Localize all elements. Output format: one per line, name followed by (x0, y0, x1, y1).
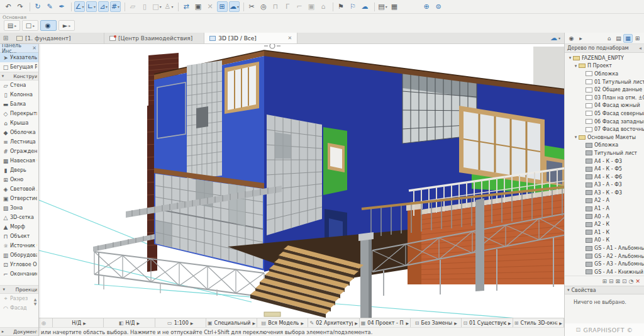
tool-item[interactable]: ▾ Конструирование (0, 72, 38, 81)
toolbar-icon[interactable]: #▾ (110, 1, 121, 12)
tab-close-icon[interactable]: ✕ (282, 35, 292, 41)
toolbar-icon[interactable]: ▣ (306, 1, 317, 12)
tree-item[interactable]: A4 - К - Ф6 (565, 173, 644, 181)
tree-item[interactable]: Обложка (565, 70, 644, 78)
quick-toolbar-button[interactable]: ◉ (40, 20, 57, 31)
toolbar-icon[interactable]: ⊓ (270, 1, 281, 12)
toolbar-icon[interactable]: ⌐ (294, 1, 305, 12)
properties-header[interactable]: ▾ Свойства (565, 286, 644, 294)
tree-item[interactable]: A0 - А (565, 213, 644, 221)
toolbar-icon[interactable]: ▱ (128, 1, 138, 12)
expand-arrow-icon[interactable]: ▾ (573, 64, 579, 69)
tool-item[interactable]: ▣ Отверстие (0, 194, 38, 203)
quick-option-segment[interactable]: ▤ Вся Модель ▶ (257, 318, 308, 327)
toolbar-icon[interactable]: ∠▾ (74, 1, 85, 12)
tree-item[interactable]: Обложка (565, 142, 644, 150)
tool-item[interactable]: □ Бегущая Ра... (0, 62, 38, 72)
quick-option-segment[interactable]: ◧ Н/Д ▶ (104, 318, 155, 327)
navigator-toolbar-icon[interactable]: ⊞ (633, 34, 642, 43)
toolbar-icon[interactable]: ☁ (360, 1, 370, 12)
quick-option-segment[interactable]: ▭ 1:100 ▶ (155, 318, 206, 327)
close-icon[interactable]: ✕ (32, 45, 36, 51)
tool-item[interactable]: ⌂ Крыша (0, 118, 38, 128)
toolbar-icon[interactable]: ⊞ (217, 1, 228, 12)
collapse-panel-icon[interactable]: ◂ (639, 45, 641, 51)
toolbar-icon[interactable]: ⌂ (318, 1, 329, 12)
tree-item[interactable]: ▾ FAZENDA_ENPTY (565, 54, 644, 62)
tree-item[interactable]: A4 - К - Ф5 (565, 165, 644, 173)
tool-item[interactable]: ◆ Оболочка (0, 128, 38, 137)
tool-item[interactable]: ⊡ Угловое Ок... (0, 260, 38, 269)
toolbar-icon[interactable]: ⊿▾ (98, 1, 109, 12)
toolbar-icon[interactable] (122, 1, 126, 12)
tree-item[interactable]: 03 План на отм. ±0.000 (565, 94, 644, 102)
toolbar-icon[interactable]: ✎ (45, 1, 55, 12)
tool-item[interactable]: ▥ Оборудова... (0, 250, 38, 260)
toolbar-icon[interactable] (241, 1, 245, 12)
toolbar-icon[interactable]: ✒ (57, 1, 67, 12)
toolbar-icon[interactable]: ▯ (140, 1, 150, 12)
tree-item[interactable]: GS - A1 - Альбомный (565, 244, 644, 252)
tree-item[interactable]: 04 Фасад южный (565, 102, 644, 110)
tree-item[interactable]: A3 - А - Ф3 (565, 181, 644, 189)
view-tab[interactable]: [Центр Взаимодействия] (104, 33, 204, 43)
tree-item[interactable]: 01 Титульный лист (565, 78, 644, 86)
tree-item[interactable]: A2 - К (565, 220, 644, 228)
toolbar-icon[interactable]: ✕ (205, 1, 216, 12)
tool-item[interactable]: ☼ Источник С... (0, 241, 38, 250)
toolbar-icon[interactable]: ▦ (389, 1, 400, 12)
quick-option-segment[interactable]: ◎ (39, 318, 53, 327)
toolbar-icon[interactable]: ☁▾ (229, 1, 240, 12)
tool-item[interactable]: ▱ Стена (0, 81, 38, 90)
toolbar-icon[interactable]: ⊕ (421, 1, 432, 12)
tool-item[interactable]: ▦ Навесная С... (0, 156, 38, 165)
toolbar-icon[interactable] (175, 1, 180, 12)
toolbar-icon[interactable]: ⚐ (348, 1, 358, 12)
toolbar-icon[interactable] (27, 1, 31, 12)
tree-item[interactable]: A2 - А (565, 197, 644, 205)
tool-item[interactable]: ⌐ Окончание... (0, 269, 38, 279)
navigator-toolbar-icon[interactable]: ⌂ (604, 34, 614, 43)
toolbar-icon[interactable]: ↷ (15, 1, 26, 12)
tool-item[interactable]: ▮ Дверь (0, 165, 38, 175)
quick-toolbar-button[interactable]: ▤▸ (4, 20, 20, 31)
navigator-footer-icon[interactable]: ⊟ (609, 278, 614, 284)
view-tab[interactable]: 3D [3D / Все] ✕ (204, 33, 297, 43)
tree-item[interactable]: 07 Фасад восточный (565, 125, 644, 133)
tool-item[interactable]: ▬ Балка (0, 99, 38, 109)
toolbar-icon[interactable]: Γ (282, 1, 293, 12)
tool-item[interactable]: # Ограждение (0, 147, 38, 156)
toolbar-icon[interactable]: ✂ (247, 1, 257, 12)
toolbox-header[interactable]: Панель Инс... ✕ (0, 44, 38, 53)
toolbar-icon[interactable]: ♙▾ (164, 1, 174, 12)
toolbar-icon[interactable]: ↻ (33, 1, 43, 12)
tree-item[interactable]: ▾ П Проект (565, 62, 644, 70)
navigator-footer-icon[interactable]: ⊡ (622, 278, 627, 284)
quick-option-segment[interactable]: ⊟ Без Замены ▶ (411, 318, 462, 327)
tree-item[interactable]: Титульный лист (565, 149, 644, 157)
navigator-toolbar-icon[interactable]: ▸ (576, 34, 586, 43)
tab-overview-icon[interactable]: ⊞ (0, 33, 11, 43)
tool-item[interactable]: ▯ Колонна (0, 90, 38, 99)
quick-option-segment[interactable]: ⊡ 01 Существующее с... ▶ (462, 318, 513, 327)
toolbar-icon[interactable]: ∟▾ (86, 1, 97, 12)
toolbar-icon[interactable]: ⚑ (336, 1, 347, 12)
toolbar-icon[interactable] (69, 1, 73, 12)
quick-option-segment[interactable]: ⊞ Стиль 3D-окна ▶ (513, 318, 564, 327)
tool-item[interactable]: △ 3D-сетка (0, 213, 38, 222)
expand-arrow-icon[interactable]: ▾ (573, 135, 579, 140)
toolbox-scrollbar[interactable]: ▲▼ (33, 297, 38, 306)
quick-toolbar-button[interactable]: □▸ (22, 20, 38, 31)
navigator-footer-icon[interactable]: ⊠ (616, 278, 621, 284)
toolbar-icon[interactable]: ◎ (258, 1, 269, 12)
tool-item[interactable]: ▾ Проекция (0, 285, 38, 294)
navigator-footer-icon[interactable]: ⊞ (602, 278, 607, 284)
3d-viewport[interactable] (0, 44, 564, 318)
navigator-toolbar-icon[interactable]: ◉ (567, 34, 576, 43)
navigator-footer-icon[interactable]: ✕ (635, 278, 640, 284)
navigator-toolbar-icon[interactable]: ▦ (623, 34, 633, 43)
view-tab[interactable]: [1. фундамент] (11, 33, 104, 43)
expand-arrow-icon[interactable]: ▾ (567, 55, 573, 60)
tool-item[interactable]: ➤ Указатель (0, 53, 38, 62)
quick-option-segment[interactable]: Н/Д ▶ (53, 318, 104, 327)
